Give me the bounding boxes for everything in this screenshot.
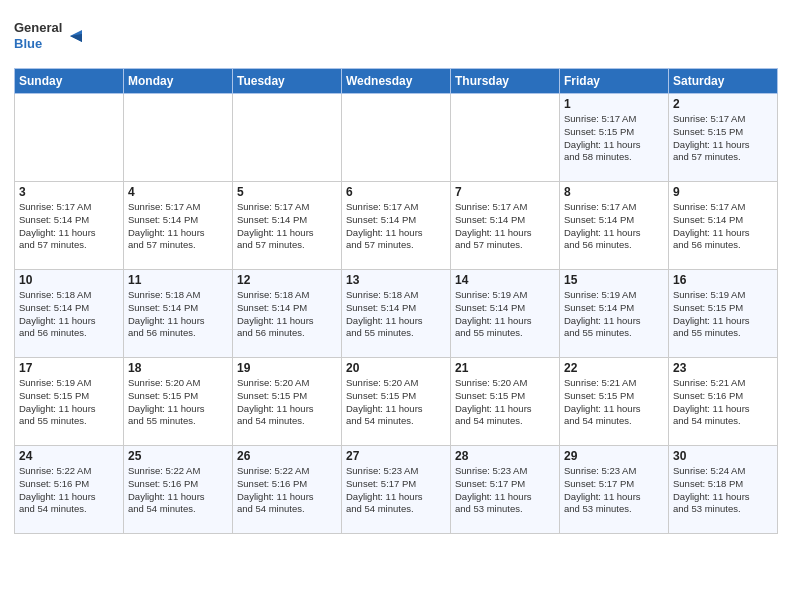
calendar-cell xyxy=(451,94,560,182)
calendar-cell: 15Sunrise: 5:19 AM Sunset: 5:14 PM Dayli… xyxy=(560,270,669,358)
calendar-cell: 1Sunrise: 5:17 AM Sunset: 5:15 PM Daylig… xyxy=(560,94,669,182)
day-info: Sunrise: 5:19 AM Sunset: 5:14 PM Dayligh… xyxy=(564,289,664,340)
day-number: 28 xyxy=(455,449,555,463)
weekday-header-monday: Monday xyxy=(124,69,233,94)
day-info: Sunrise: 5:18 AM Sunset: 5:14 PM Dayligh… xyxy=(128,289,228,340)
svg-text:Blue: Blue xyxy=(14,36,42,51)
day-number: 4 xyxy=(128,185,228,199)
day-info: Sunrise: 5:21 AM Sunset: 5:16 PM Dayligh… xyxy=(673,377,773,428)
calendar-cell: 25Sunrise: 5:22 AM Sunset: 5:16 PM Dayli… xyxy=(124,446,233,534)
calendar-cell: 19Sunrise: 5:20 AM Sunset: 5:15 PM Dayli… xyxy=(233,358,342,446)
day-info: Sunrise: 5:18 AM Sunset: 5:14 PM Dayligh… xyxy=(19,289,119,340)
day-info: Sunrise: 5:18 AM Sunset: 5:14 PM Dayligh… xyxy=(346,289,446,340)
calendar-cell: 26Sunrise: 5:22 AM Sunset: 5:16 PM Dayli… xyxy=(233,446,342,534)
day-number: 2 xyxy=(673,97,773,111)
calendar-cell: 7Sunrise: 5:17 AM Sunset: 5:14 PM Daylig… xyxy=(451,182,560,270)
calendar-cell: 2Sunrise: 5:17 AM Sunset: 5:15 PM Daylig… xyxy=(669,94,778,182)
calendar-week-row: 24Sunrise: 5:22 AM Sunset: 5:16 PM Dayli… xyxy=(15,446,778,534)
calendar-cell: 18Sunrise: 5:20 AM Sunset: 5:15 PM Dayli… xyxy=(124,358,233,446)
day-info: Sunrise: 5:17 AM Sunset: 5:14 PM Dayligh… xyxy=(237,201,337,252)
day-number: 8 xyxy=(564,185,664,199)
day-number: 9 xyxy=(673,185,773,199)
day-info: Sunrise: 5:17 AM Sunset: 5:14 PM Dayligh… xyxy=(673,201,773,252)
day-number: 3 xyxy=(19,185,119,199)
weekday-header-saturday: Saturday xyxy=(669,69,778,94)
day-number: 24 xyxy=(19,449,119,463)
calendar-cell: 5Sunrise: 5:17 AM Sunset: 5:14 PM Daylig… xyxy=(233,182,342,270)
day-number: 14 xyxy=(455,273,555,287)
day-number: 30 xyxy=(673,449,773,463)
day-info: Sunrise: 5:19 AM Sunset: 5:15 PM Dayligh… xyxy=(19,377,119,428)
calendar-week-row: 1Sunrise: 5:17 AM Sunset: 5:15 PM Daylig… xyxy=(15,94,778,182)
calendar-cell: 4Sunrise: 5:17 AM Sunset: 5:14 PM Daylig… xyxy=(124,182,233,270)
calendar-cell xyxy=(124,94,233,182)
calendar-cell: 6Sunrise: 5:17 AM Sunset: 5:14 PM Daylig… xyxy=(342,182,451,270)
day-number: 17 xyxy=(19,361,119,375)
day-info: Sunrise: 5:18 AM Sunset: 5:14 PM Dayligh… xyxy=(237,289,337,340)
day-number: 15 xyxy=(564,273,664,287)
weekday-header-thursday: Thursday xyxy=(451,69,560,94)
day-number: 23 xyxy=(673,361,773,375)
calendar-cell: 20Sunrise: 5:20 AM Sunset: 5:15 PM Dayli… xyxy=(342,358,451,446)
day-number: 13 xyxy=(346,273,446,287)
calendar-week-row: 17Sunrise: 5:19 AM Sunset: 5:15 PM Dayli… xyxy=(15,358,778,446)
day-info: Sunrise: 5:20 AM Sunset: 5:15 PM Dayligh… xyxy=(128,377,228,428)
calendar-cell: 23Sunrise: 5:21 AM Sunset: 5:16 PM Dayli… xyxy=(669,358,778,446)
calendar-week-row: 10Sunrise: 5:18 AM Sunset: 5:14 PM Dayli… xyxy=(15,270,778,358)
day-number: 27 xyxy=(346,449,446,463)
day-info: Sunrise: 5:17 AM Sunset: 5:14 PM Dayligh… xyxy=(128,201,228,252)
day-info: Sunrise: 5:22 AM Sunset: 5:16 PM Dayligh… xyxy=(19,465,119,516)
calendar-cell: 27Sunrise: 5:23 AM Sunset: 5:17 PM Dayli… xyxy=(342,446,451,534)
day-number: 22 xyxy=(564,361,664,375)
calendar-header-row: SundayMondayTuesdayWednesdayThursdayFrid… xyxy=(15,69,778,94)
day-info: Sunrise: 5:17 AM Sunset: 5:14 PM Dayligh… xyxy=(455,201,555,252)
calendar-cell: 17Sunrise: 5:19 AM Sunset: 5:15 PM Dayli… xyxy=(15,358,124,446)
calendar-cell: 10Sunrise: 5:18 AM Sunset: 5:14 PM Dayli… xyxy=(15,270,124,358)
day-number: 29 xyxy=(564,449,664,463)
day-number: 11 xyxy=(128,273,228,287)
day-info: Sunrise: 5:23 AM Sunset: 5:17 PM Dayligh… xyxy=(564,465,664,516)
page: General Blue SundayMondayTuesdayWednesda… xyxy=(0,0,792,544)
calendar-cell: 30Sunrise: 5:24 AM Sunset: 5:18 PM Dayli… xyxy=(669,446,778,534)
calendar-cell: 28Sunrise: 5:23 AM Sunset: 5:17 PM Dayli… xyxy=(451,446,560,534)
day-info: Sunrise: 5:22 AM Sunset: 5:16 PM Dayligh… xyxy=(128,465,228,516)
day-number: 12 xyxy=(237,273,337,287)
calendar-cell: 12Sunrise: 5:18 AM Sunset: 5:14 PM Dayli… xyxy=(233,270,342,358)
day-info: Sunrise: 5:19 AM Sunset: 5:15 PM Dayligh… xyxy=(673,289,773,340)
day-info: Sunrise: 5:19 AM Sunset: 5:14 PM Dayligh… xyxy=(455,289,555,340)
header: General Blue xyxy=(14,10,778,62)
calendar-cell: 22Sunrise: 5:21 AM Sunset: 5:15 PM Dayli… xyxy=(560,358,669,446)
day-number: 16 xyxy=(673,273,773,287)
day-number: 20 xyxy=(346,361,446,375)
day-number: 25 xyxy=(128,449,228,463)
weekday-header-wednesday: Wednesday xyxy=(342,69,451,94)
calendar-cell: 3Sunrise: 5:17 AM Sunset: 5:14 PM Daylig… xyxy=(15,182,124,270)
calendar-week-row: 3Sunrise: 5:17 AM Sunset: 5:14 PM Daylig… xyxy=(15,182,778,270)
day-number: 10 xyxy=(19,273,119,287)
day-info: Sunrise: 5:17 AM Sunset: 5:14 PM Dayligh… xyxy=(346,201,446,252)
calendar-cell: 11Sunrise: 5:18 AM Sunset: 5:14 PM Dayli… xyxy=(124,270,233,358)
day-info: Sunrise: 5:22 AM Sunset: 5:16 PM Dayligh… xyxy=(237,465,337,516)
day-info: Sunrise: 5:20 AM Sunset: 5:15 PM Dayligh… xyxy=(237,377,337,428)
day-number: 5 xyxy=(237,185,337,199)
calendar-cell: 13Sunrise: 5:18 AM Sunset: 5:14 PM Dayli… xyxy=(342,270,451,358)
calendar-cell: 24Sunrise: 5:22 AM Sunset: 5:16 PM Dayli… xyxy=(15,446,124,534)
calendar-table: SundayMondayTuesdayWednesdayThursdayFrid… xyxy=(14,68,778,534)
calendar-cell xyxy=(342,94,451,182)
day-info: Sunrise: 5:23 AM Sunset: 5:17 PM Dayligh… xyxy=(346,465,446,516)
calendar-cell: 9Sunrise: 5:17 AM Sunset: 5:14 PM Daylig… xyxy=(669,182,778,270)
day-number: 18 xyxy=(128,361,228,375)
day-number: 21 xyxy=(455,361,555,375)
calendar-cell: 8Sunrise: 5:17 AM Sunset: 5:14 PM Daylig… xyxy=(560,182,669,270)
day-info: Sunrise: 5:17 AM Sunset: 5:15 PM Dayligh… xyxy=(673,113,773,164)
weekday-header-friday: Friday xyxy=(560,69,669,94)
calendar-cell xyxy=(15,94,124,182)
weekday-header-sunday: Sunday xyxy=(15,69,124,94)
svg-text:General: General xyxy=(14,20,62,35)
day-info: Sunrise: 5:17 AM Sunset: 5:14 PM Dayligh… xyxy=(564,201,664,252)
calendar-cell xyxy=(233,94,342,182)
day-info: Sunrise: 5:24 AM Sunset: 5:18 PM Dayligh… xyxy=(673,465,773,516)
day-number: 26 xyxy=(237,449,337,463)
day-number: 19 xyxy=(237,361,337,375)
weekday-header-tuesday: Tuesday xyxy=(233,69,342,94)
